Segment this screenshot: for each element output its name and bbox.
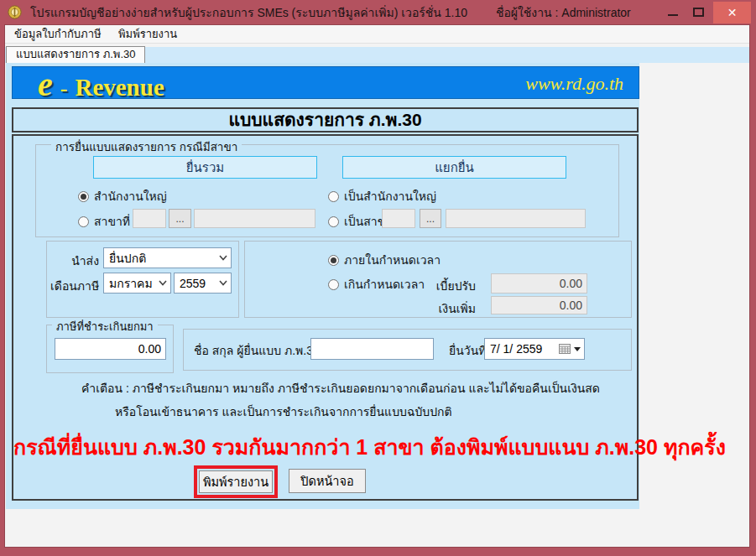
is-branch-no-input[interactable]	[382, 209, 415, 228]
branch-browse-button[interactable]: ...	[169, 209, 191, 228]
filer-box: ชื่อ สกุล ผู้ยื่นแบบ ภ.พ.30 ยื่นวันที่ 7…	[183, 329, 632, 371]
submit-type-select[interactable]: ยื่นปกติ	[103, 247, 232, 268]
warning-text-2: หรือโอนเข้าธนาคาร และเป็นการชำระเกินจากก…	[115, 403, 452, 421]
menu-item-invoice-data[interactable]: ข้อมูลใบกำกับภาษี	[8, 25, 108, 43]
tabstrip: แบบแสดงรายการ ภ.พ.30	[5, 44, 749, 63]
on-time-radio-label: ภายในกำหนดเวลา	[344, 251, 441, 269]
filing-date-value: 7/ 1/ 2559	[490, 342, 555, 356]
head-office-radio-label: สำนักงานใหญ่	[94, 187, 167, 205]
close-button[interactable]: ✕	[713, 2, 751, 23]
filer-name-label: ชื่อ สกุล ผู้ยื่นแบบ ภ.พ.30	[194, 341, 320, 360]
penalty-input[interactable]	[491, 273, 587, 294]
submit-type-label: นำส่ง	[50, 252, 99, 270]
branch-radio[interactable]: สาขาที่	[78, 212, 130, 231]
application-window: โปรแกรมบัญชีอย่างง่ายสำหรับผู้ประกอบการ …	[0, 0, 756, 556]
logo-separator: -	[60, 76, 68, 101]
submit-type-value: ยื่นปกติ	[109, 249, 146, 268]
window-title-text: โปรแกรมบัญชีอย่างง่ายสำหรับผู้ประกอบการ …	[30, 6, 467, 19]
penalty-label: เบี้ยปรับ	[430, 277, 476, 295]
combined-filing-button[interactable]: ยื่นรวม	[93, 156, 317, 179]
on-time-radio[interactable]: ภายในกำหนดเวลา	[328, 251, 441, 269]
window-title: โปรแกรมบัญชีอย่างง่ายสำหรับผู้ประกอบการ …	[30, 0, 631, 25]
print-report-button[interactable]: พิมพ์รายงาน	[199, 470, 273, 493]
close-icon: ✕	[727, 6, 738, 19]
chevron-down-icon	[219, 255, 227, 261]
overpaid-tax-label: ภาษีที่ชำระเกินยกมา	[52, 318, 158, 335]
radio-dot-icon	[78, 191, 89, 202]
radio-dot-icon	[328, 255, 339, 266]
tab-form-pp30[interactable]: แบบแสดงรายการ ภ.พ.30	[6, 46, 145, 63]
date-dropdown-icon[interactable]	[574, 347, 581, 351]
menu-item-print-report[interactable]: พิมพ์รายงาน	[112, 25, 184, 43]
form-box: การยื่นแบบแสดงรายการ กรณีมีสาขา ยื่นรวม …	[12, 134, 639, 501]
is-head-office-radio-label: เป็นสำนักงานใหญ่	[344, 187, 436, 205]
user-label: ชื่อผู้ใช้งาน : Administrator	[496, 6, 631, 19]
separate-filing-button[interactable]: แยกยื่น	[342, 156, 566, 179]
maximize-button[interactable]	[687, 0, 709, 23]
banner-url: www.rd.go.th	[525, 73, 623, 95]
minimize-icon	[668, 14, 678, 16]
maximize-icon	[693, 8, 704, 17]
menubar: ข้อมูลใบกำกับภาษี พิมพ์รายงาน	[5, 25, 749, 44]
radio-dot-icon	[328, 191, 339, 202]
tax-year-select[interactable]: 2559	[174, 273, 232, 294]
branch-filing-group: การยื่นแบบแสดงรายการ กรณีมีสาขา ยื่นรวม …	[35, 144, 619, 237]
radio-dot-icon	[328, 279, 339, 290]
tax-month-label: เดือนภาษี	[50, 277, 99, 295]
calendar-icon	[559, 344, 571, 354]
is-head-office-radio[interactable]: เป็นสำนักงานใหญ่	[328, 187, 436, 205]
branch-name-input[interactable]	[194, 209, 315, 228]
minimize-button[interactable]	[662, 0, 684, 23]
overpaid-tax-group: ภาษีที่ชำระเกินยกมา	[46, 325, 174, 373]
radio-dot-icon	[328, 216, 339, 227]
e-revenue-logo: e - Revenue	[38, 65, 164, 104]
surcharge-label: เงินเพิ่ม	[430, 299, 476, 318]
tax-month-select[interactable]: มกราคม	[103, 273, 171, 294]
late-radio-label: เกินกำหนดเวลา	[344, 275, 425, 294]
logo-name: Revenue	[75, 74, 164, 101]
chevron-down-icon	[159, 280, 167, 286]
window-body: ข้อมูลใบกำกับภาษี พิมพ์รายงาน แบบแสดงราย…	[5, 25, 749, 547]
e-revenue-banner: e - Revenue www.rd.go.th	[12, 66, 639, 99]
is-branch-browse-button[interactable]: ...	[420, 209, 441, 228]
print-button-highlight: พิมพ์รายงาน	[194, 465, 278, 498]
radio-dot-icon	[78, 216, 89, 227]
surcharge-input[interactable]	[491, 296, 587, 314]
tax-month-value: มกราคม	[109, 274, 153, 293]
filing-date-picker[interactable]: 7/ 1/ 2559	[484, 338, 585, 360]
submission-box: นำส่ง ยื่นปกติ เดือนภาษี มกราคม	[46, 241, 239, 318]
titlebar: โปรแกรมบัญชีอย่างง่ายสำหรับผู้ประกอบการ …	[0, 0, 756, 25]
filing-date-label: ยื่นวันที่	[449, 341, 486, 360]
branch-radio-label: สาขาที่	[94, 212, 130, 231]
branch-filing-group-label: การยื่นแบบแสดงรายการ กรณีมีสาขา	[51, 138, 242, 156]
head-office-radio[interactable]: สำนักงานใหญ่	[78, 187, 167, 205]
notice-text: กรณีที่ยื่นแบบ ภ.พ.30 รวมกันมากกว่า 1 สา…	[13, 430, 637, 464]
form-title: แบบแสดงรายการ ภ.พ.30	[12, 107, 639, 133]
is-branch-name-input[interactable]	[446, 209, 586, 228]
logo-e: e	[38, 65, 53, 104]
tax-year-value: 2559	[180, 277, 206, 290]
close-screen-button[interactable]: ปิดหน้าจอ	[289, 469, 366, 493]
timing-box: ภายในกำหนดเวลา เกินกำหนดเวลา เบี้ยปรับ เ…	[244, 241, 632, 318]
late-radio[interactable]: เกินกำหนดเวลา	[328, 275, 425, 294]
filer-name-input[interactable]	[310, 338, 434, 360]
app-icon	[8, 5, 22, 23]
overpaid-tax-input[interactable]	[55, 338, 166, 360]
branch-no-input[interactable]	[133, 209, 166, 228]
chevron-down-icon	[219, 280, 227, 286]
warning-text-1: คำเตือน : ภาษีชำระเกินยกมา หมายถึง ภาษีช…	[81, 379, 600, 398]
tab-page: e - Revenue www.rd.go.th แบบแสดงรายการ ภ…	[6, 63, 639, 509]
